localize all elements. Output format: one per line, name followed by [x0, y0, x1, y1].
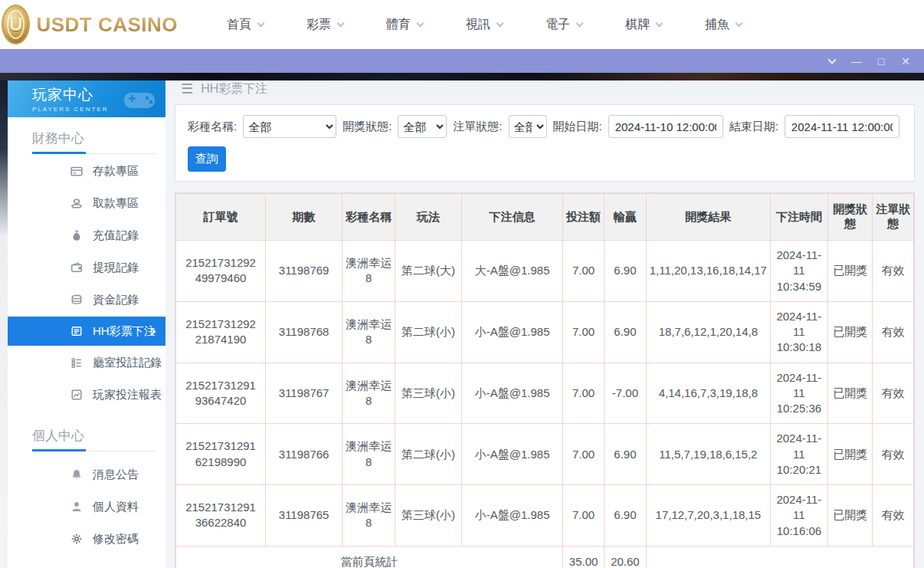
nav-item-label: 捕魚 — [705, 17, 729, 33]
order-status-select[interactable]: 全部 — [509, 115, 547, 138]
main-area: 玩家中心 PLAYERS CENTER 財務中心 存款專區 取款專區 充值記錄 … — [0, 80, 924, 568]
nav-item[interactable]: 體育 — [365, 0, 444, 49]
table-cell: 2152173129162198990 — [176, 424, 266, 485]
table-cell: 已開獎 — [827, 424, 873, 485]
draw-status-label: 開獎狀態: — [342, 120, 392, 134]
table-cell: 7.00 — [563, 424, 605, 485]
start-date-input[interactable] — [608, 115, 723, 138]
table-cell: 澳洲幸运8 — [342, 424, 395, 485]
table-cell: 17,12,7,20,3,1,18,15 — [646, 485, 770, 547]
summary-winloss-total: 20.60 — [605, 546, 647, 568]
table-cell: 有效 — [873, 301, 914, 363]
sidebar-item-label: 取款專區 — [93, 196, 139, 211]
bell-icon — [70, 468, 83, 481]
col-header: 下注時間 — [770, 194, 827, 241]
start-date-label: 開始日期: — [553, 120, 602, 134]
table-cell: 31198768 — [266, 301, 342, 363]
lottery-select[interactable]: 全部 — [243, 115, 336, 138]
table-cell: 6.90 — [605, 301, 647, 363]
sidebar-item-funds-record[interactable]: 資金記錄 — [8, 284, 165, 315]
nav-item[interactable]: 視訊 — [444, 0, 524, 49]
table-cell: 小-A盤@1.985 — [462, 485, 563, 547]
table-cell: 31198765 — [266, 485, 342, 547]
col-header: 輸贏 — [605, 194, 647, 241]
table-cell: 2024-11-11 10:30:18 — [770, 301, 827, 363]
chevron-down-icon — [417, 19, 424, 27]
sidebar-item-label: 消息公告 — [93, 468, 139, 482]
sidebar-item-profile[interactable]: 個人資料 — [8, 491, 165, 522]
sidebar-item-label: 資金記錄 — [93, 293, 139, 307]
sidebar-item-withdraw[interactable]: 取款專區 — [8, 188, 165, 218]
lottery-filter-label: 彩種名稱: — [188, 120, 237, 134]
left-gutter — [0, 80, 8, 568]
sidebar-item-recharge-record[interactable]: 充值記錄 — [8, 220, 165, 251]
chevron-down-icon — [576, 19, 584, 27]
wallet-icon — [70, 261, 83, 274]
sidebar-item-deposit[interactable]: 存款專區 — [8, 156, 165, 186]
table-row: 215217312922187419031198768澳洲幸运8第二球(小)小-… — [176, 301, 914, 363]
bet-list-icon — [70, 325, 83, 337]
page-title: HH彩票下注 — [201, 81, 267, 97]
table-cell: 2024-11-11 10:20:21 — [770, 424, 827, 485]
col-header: 開獎狀態 — [827, 194, 873, 241]
table-cell: -7.00 — [605, 363, 647, 424]
sidebar-item-hh-lottery-bets[interactable]: HH彩票下注 — [8, 317, 165, 346]
table-cell: 1,11,20,13,16,18,14,17 — [646, 241, 770, 302]
col-header: 開獎結果 — [646, 194, 770, 241]
sidebar-item-player-bet-report[interactable]: 玩家投注報表 — [8, 379, 165, 410]
nav-item-label: 體育 — [386, 17, 411, 33]
table-cell: 31198767 — [266, 363, 342, 424]
draw-status-select[interactable]: 全部 — [398, 115, 447, 138]
hamburger-menu-icon[interactable]: ☰ — [181, 80, 193, 97]
table-cell: 6.90 — [605, 424, 647, 485]
gear-icon — [70, 533, 83, 545]
chevron-down-icon — [257, 19, 265, 27]
coins-icon — [70, 294, 83, 306]
nav-item[interactable]: 首頁 — [205, 0, 285, 49]
nav-item[interactable]: 電子 — [524, 0, 604, 49]
col-header: 下注信息 — [462, 194, 563, 241]
table-cell: 7.00 — [563, 241, 605, 302]
table-cell: 第三球(小) — [395, 363, 462, 424]
sidebar-item-label: 廳室投註記錄 — [93, 356, 162, 370]
summary-label: 當前頁統計 — [176, 546, 563, 568]
minimize-button[interactable]: — — [846, 52, 867, 71]
col-header: 注單狀態 — [873, 194, 914, 241]
table-cell: 有效 — [873, 363, 914, 424]
table-cell: 有效 — [873, 424, 914, 485]
table-cell: 小-A盤@1.985 — [462, 301, 563, 363]
summary-empty — [646, 546, 913, 568]
brand-logo[interactable]: U USDT CASINO — [2, 5, 178, 44]
nav-item-label: 彩票 — [306, 17, 331, 33]
table-cell: 2152173129136622840 — [176, 485, 266, 547]
sidebar-item-hall-bet-records[interactable]: 廳室投註記錄 — [8, 347, 165, 378]
sidebar-item-label: 提現記錄 — [93, 261, 139, 275]
chevron-down-icon — [736, 19, 743, 27]
window-collapse-button[interactable] — [821, 52, 843, 71]
table-cell: 2024-11-11 10:16:06 — [770, 485, 827, 547]
site-header: U USDT CASINO 首頁 彩票 體育 視訊 電子 棋牌 捕魚 — [0, 0, 924, 49]
nav-item[interactable]: 捕魚 — [683, 0, 763, 49]
bet-table-summary: 當前頁統計 35.00 20.60 總統計 35.00 20.60 — [176, 546, 914, 568]
sidebar-item-announcements[interactable]: 消息公告 — [8, 459, 165, 490]
maximize-button[interactable]: □ — [870, 52, 892, 71]
main-nav: 首頁 彩票 體育 視訊 電子 棋牌 捕魚 — [205, 0, 763, 49]
table-cell: 11,5,7,19,18,6,15,2 — [646, 424, 770, 485]
sidebar-item-withdrawal-record[interactable]: 提現記錄 — [8, 252, 165, 283]
content-area: ☰ HH彩票下注 彩種名稱: 全部 開獎狀態: 全部 注單狀態: 全部 開始日期… — [165, 80, 924, 568]
table-cell: 已開獎 — [827, 363, 873, 424]
end-date-input[interactable] — [785, 115, 899, 138]
sidebar-item-change-password[interactable]: 修改密碼 — [8, 524, 165, 554]
nav-item-label: 視訊 — [466, 17, 490, 33]
records-list-icon — [70, 356, 83, 369]
content-topbar: ☰ HH彩票下注 — [165, 80, 924, 97]
close-button[interactable]: ✕ — [895, 52, 916, 71]
table-cell: 7.00 — [563, 363, 605, 424]
nav-item[interactable]: 棋牌 — [604, 0, 683, 49]
end-date-label: 結束日期: — [729, 120, 778, 134]
nav-item[interactable]: 彩票 — [285, 0, 365, 49]
search-button[interactable]: 查詢 — [188, 146, 226, 172]
table-row: 215217312913662284031198765澳洲幸运8第三球(小)小-… — [176, 485, 914, 547]
table-row: 215217312919364742031198767澳洲幸运8第三球(小)小-… — [176, 363, 914, 424]
table-cell: 第二球(大) — [395, 241, 462, 302]
